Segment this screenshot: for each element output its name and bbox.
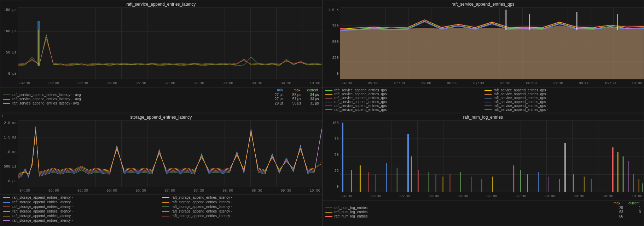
- legend-color-green: [3, 95, 10, 95]
- y-axis-2: 1.0 K 750 500 250 0: [323, 7, 340, 77]
- legend-row-3-3: raft_storage_append_entries_latency ·: [3, 209, 159, 213]
- ll: raft_num_log_entries ·: [335, 214, 609, 218]
- svg-rect-4: [529, 14, 530, 30]
- y-label-3-4: 0 µs: [2, 179, 17, 183]
- svg-rect-5: [576, 12, 577, 30]
- legend-row-1-0: raft_service_append_entries_latency · · …: [3, 93, 319, 97]
- svg-rect-6: [617, 14, 618, 30]
- y-label-4-3: 25: [324, 169, 339, 173]
- legend-row-3-6: raft_storage_append_entries_latency ·: [162, 200, 319, 204]
- ll: raft_storage_append_entries_latency ·: [172, 205, 319, 209]
- ll: raft_storage_append_entries_latency ·: [172, 196, 319, 199]
- panel-title-4: raft_num_log_entries: [323, 113, 644, 120]
- svg-rect-22: [471, 177, 471, 192]
- x-label: 06:30: [458, 194, 468, 198]
- x-label: 07:30: [193, 189, 204, 193]
- svg-rect-41: [642, 183, 643, 192]
- legend-color-yellow: [3, 99, 10, 100]
- chart-area-4: 100 75 50 25 0: [323, 120, 644, 200]
- x-label: 08:30: [251, 81, 262, 85]
- chart-svg-2: [340, 7, 644, 79]
- x-label: 05:00: [371, 194, 381, 198]
- x-label: 10:00: [309, 189, 320, 193]
- ll: raft_storage_append_entries_latency ·: [172, 214, 319, 218]
- legend-1: min max current raft_service_append_entr…: [0, 87, 322, 113]
- svg-rect-19: [442, 177, 443, 192]
- x-label: 06:30: [447, 81, 458, 85]
- legend-row-2-11: raft_service_append_entries_qps ·: [485, 108, 641, 112]
- lc: [325, 94, 332, 95]
- svg-marker-2: [340, 26, 644, 79]
- lc: [162, 207, 169, 207]
- legend-row-2-0: raft_service_append_entries_qps ·: [325, 88, 482, 92]
- legend-row-4-2: raft_num_log_entries · 66: [325, 214, 641, 218]
- legend-vals-1-0: 27 µs 58 µs 34 µs: [271, 93, 319, 97]
- x-label: 06:30: [135, 189, 146, 193]
- legend-min-1-1: 27 µs: [271, 97, 284, 101]
- legend-header-cur-4: current: [625, 201, 639, 205]
- x-label: 06:00: [429, 194, 439, 198]
- chart-area-1: 150 µs 100 µs 50 µs 0 µs: [0, 7, 322, 87]
- ll: raft_service_append_entries_qps ·: [335, 104, 482, 108]
- legend-row-2-10: raft_service_append_entries_qps ·: [485, 104, 641, 108]
- lc: [485, 94, 492, 95]
- x-axis-3: 04:30 05:00 05:30 06:00 06:30 07:00 07:3…: [18, 187, 322, 194]
- y-label-4-4: 0: [324, 185, 339, 189]
- legend-cur-1-2: 31 µs: [306, 101, 319, 105]
- chart-area-3: 2.0 ms 1.5 ms 1.0 ms 500 µs 0 µs: [0, 120, 322, 194]
- y-label-1-3: 0 µs: [2, 72, 17, 76]
- x-label: 04:30: [19, 81, 30, 85]
- y-label-2-0: 1.0 K: [324, 8, 339, 12]
- ll: raft_storage_append_entries_latency ·: [172, 209, 319, 213]
- lc: [485, 98, 492, 98]
- legend-row-1-2: raft_service_append_entries_latency · av…: [3, 101, 319, 105]
- lc: [325, 216, 332, 217]
- legend-cur-1-1: 33 µs: [306, 97, 319, 101]
- dashboard: raft_service_append_entries_latency 150 …: [0, 0, 644, 226]
- x-label: 10:00: [632, 81, 642, 85]
- x-label: 06:30: [135, 81, 146, 85]
- x-label: 09:30: [605, 81, 616, 85]
- legend-cur-4-1: 0: [628, 210, 641, 214]
- x-label: 06:00: [106, 81, 117, 85]
- y-label-1-2: 50 µs: [2, 51, 17, 55]
- legend-max-1-2: 58 µs: [289, 101, 301, 105]
- legend-row-2-3: raft_service_append_entries_qps ·: [325, 100, 482, 104]
- svg-rect-7: [342, 123, 343, 192]
- x-label: 08:00: [222, 81, 233, 85]
- y-label-2-1: 750: [324, 24, 339, 28]
- x-label: 08:30: [552, 81, 563, 85]
- lc: [3, 197, 10, 198]
- x-label: 08:00: [526, 81, 537, 85]
- legend-label-1-1: raft_service_append_entries_latency · · …: [12, 97, 269, 101]
- svg-rect-27: [527, 174, 528, 192]
- chart-canvas-3: [18, 120, 322, 187]
- lc: [325, 98, 332, 98]
- lc: [3, 211, 10, 212]
- ll: raft_service_append_entries_qps ·: [335, 108, 482, 112]
- x-label: 05:30: [77, 81, 88, 85]
- lc: [485, 109, 492, 110]
- svg-rect-8: [350, 170, 352, 192]
- y-axis-3: 2.0 ms 1.5 ms 1.0 ms 500 µs 0 µs: [0, 120, 18, 184]
- legend-header-min: min: [270, 88, 283, 92]
- x-label: 08:30: [251, 189, 262, 193]
- lc: [325, 212, 332, 213]
- legend-cur-1-0: 34 µs: [306, 93, 319, 97]
- x-label: 07:00: [164, 81, 175, 85]
- x-label: 09:30: [603, 194, 613, 198]
- svg-rect-38: [628, 161, 628, 192]
- legend-vals-4-0: 29 1: [610, 206, 641, 210]
- ll: raft_storage_append_entries_latency ·: [12, 200, 159, 204]
- ll: raft_storage_append_entries_latency ·: [12, 219, 159, 222]
- panel-latency-storage: ℹ storage_append_entries_latency 2.0 ms …: [0, 113, 322, 226]
- legend-row-2-1: raft_service_append_entries_qps ·: [325, 92, 482, 96]
- svg-rect-18: [435, 174, 436, 192]
- y-label-1-1: 100 µs: [2, 29, 17, 33]
- svg-rect-34: [591, 179, 591, 192]
- legend-row-3-5: raft_storage_append_entries_latency ·: [162, 196, 319, 199]
- y-label-2-2: 500: [324, 40, 339, 44]
- x-label: 10:00: [632, 194, 642, 198]
- svg-rect-29: [548, 177, 549, 192]
- ll: raft_num_log_entries ·: [335, 206, 609, 210]
